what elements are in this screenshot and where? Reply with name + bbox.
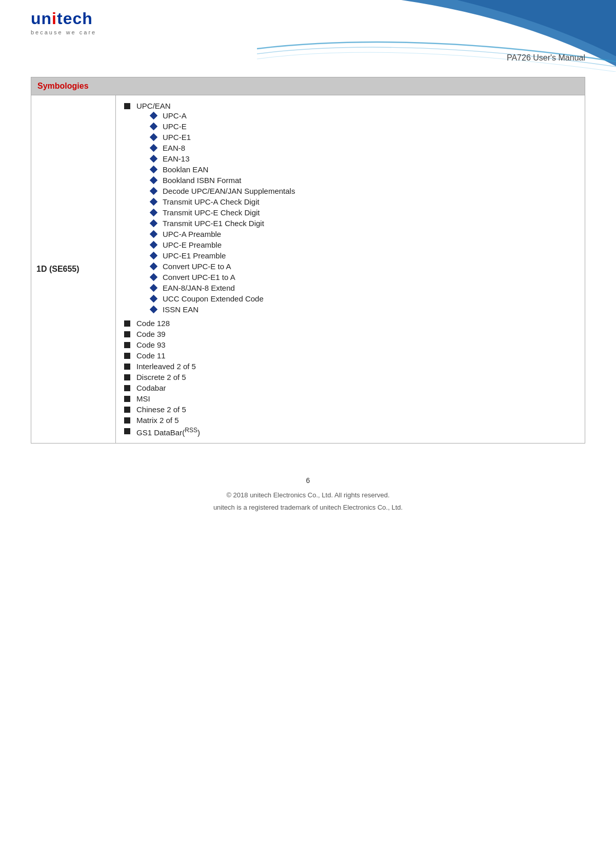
diamond-bullet	[150, 112, 158, 120]
main-list: UPC/EAN UPC-A UPC-E	[124, 100, 577, 438]
diamond-bullet	[150, 230, 158, 238]
diamond-bullet	[150, 241, 158, 249]
square-bullet	[124, 385, 130, 391]
category-label: 1D (SE655)	[31, 95, 116, 444]
page-header: unitech because we care PA726 User's Man…	[0, 0, 616, 72]
square-bullet	[124, 417, 130, 424]
item-text: UCC Coupon Extended Code	[163, 294, 264, 303]
square-bullet	[124, 103, 130, 109]
diamond-bullet	[150, 306, 158, 314]
list-item: EAN-13	[151, 153, 295, 164]
diamond-bullet	[150, 144, 158, 152]
list-item: Matrix 2 of 5	[124, 415, 577, 426]
item-text: Bookland ISBN Format	[163, 176, 241, 185]
symbologies-content: UPC/EAN UPC-A UPC-E	[116, 95, 585, 444]
page-number: 6	[31, 474, 585, 487]
upc-ean-group: UPC/EAN UPC-A UPC-E	[136, 102, 295, 317]
list-item: Code 93	[124, 339, 577, 350]
list-item: Convert UPC-E to A	[151, 261, 295, 272]
list-item: EAN-8/JAN-8 Extend	[151, 283, 295, 293]
list-item: UPC-A	[151, 110, 295, 121]
item-text: UPC-E1	[163, 133, 191, 142]
list-item: UPC-E	[151, 121, 295, 132]
item-text: UPC-E Preamble	[163, 240, 222, 249]
list-item: Transmit UPC-E1 Check Digit	[151, 218, 295, 229]
square-bullet	[124, 353, 130, 359]
list-item: UPC-E Preamble	[151, 239, 295, 250]
document-title: PA726 User's Manual	[507, 53, 585, 63]
square-bullet	[124, 342, 130, 348]
square-bullet	[124, 396, 130, 402]
diamond-bullet	[150, 273, 158, 281]
list-item: GS1 DataBar(RSS)	[124, 426, 577, 438]
main-content: Symbologies 1D (SE655) UPC/EAN	[0, 72, 616, 534]
list-item: Transmit UPC-E Check Digit	[151, 207, 295, 218]
diamond-bullet	[150, 133, 158, 142]
diamond-bullet	[150, 252, 158, 260]
item-text: Code 39	[136, 330, 166, 338]
list-item: Transmit UPC-A Check Digit	[151, 196, 295, 207]
item-text: Code 93	[136, 340, 166, 349]
diamond-bullet	[150, 219, 158, 228]
item-text: ISSN EAN	[163, 305, 198, 314]
item-text: Matrix 2 of 5	[136, 416, 179, 425]
diamond-bullet	[150, 284, 158, 292]
item-text: Transmit UPC-E Check Digit	[163, 208, 260, 217]
list-item: UPC-A Preamble	[151, 229, 295, 239]
diamond-bullet	[150, 155, 158, 163]
list-item: Convert UPC-E1 to A	[151, 272, 295, 283]
upc-ean-sub-list: UPC-A UPC-E UPC-E1	[151, 110, 295, 315]
diamond-bullet	[150, 176, 158, 185]
item-text: Code 128	[136, 319, 170, 328]
list-item: Booklan EAN	[151, 164, 295, 175]
company-logo: unitech because we care	[31, 9, 96, 35]
table-row: 1D (SE655) UPC/EAN UPC-A	[31, 95, 585, 444]
item-text: GS1 DataBar(RSS)	[136, 427, 200, 437]
item-text: UPC-A	[163, 111, 187, 120]
item-text: UPC-A Preamble	[163, 230, 221, 238]
square-bullet	[124, 364, 130, 370]
item-text: UPC-E1 Preamble	[163, 251, 226, 260]
logo-text: unitech	[31, 9, 96, 28]
square-bullet	[124, 407, 130, 413]
diamond-bullet	[150, 295, 158, 303]
item-text: Discrete 2 of 5	[136, 373, 186, 381]
list-item: UPC-E1	[151, 132, 295, 143]
item-text: UPC-E	[163, 122, 187, 131]
table-header: Symbologies	[31, 77, 585, 95]
diamond-bullet	[150, 166, 158, 174]
item-text: Booklan EAN	[163, 165, 208, 174]
copyright-text: © 2018 unitech Electronics Co., Ltd. All…	[226, 491, 389, 499]
page-footer: 6 © 2018 unitech Electronics Co., Ltd. A…	[31, 474, 585, 513]
list-item: Interleaved 2 of 5	[124, 361, 577, 372]
list-item: ISSN EAN	[151, 304, 295, 315]
list-item: Codabar	[124, 382, 577, 393]
item-text: Code 11	[136, 351, 166, 360]
item-text: EAN-8/JAN-8 Extend	[163, 284, 235, 292]
logo-highlight: i	[52, 9, 57, 28]
symbologies-table: Symbologies 1D (SE655) UPC/EAN	[31, 77, 585, 444]
list-item: EAN-8	[151, 143, 295, 153]
item-text: MSI	[136, 394, 150, 403]
item-text: Codabar	[136, 384, 166, 392]
diamond-bullet	[150, 187, 158, 195]
list-item: Chinese 2 of 5	[124, 404, 577, 415]
diamond-bullet	[150, 209, 158, 217]
square-bullet	[124, 331, 130, 337]
item-text: Transmit UPC-A Check Digit	[163, 197, 260, 206]
logo-tagline: because we care	[31, 29, 96, 35]
list-item: MSI	[124, 393, 577, 404]
square-bullet	[124, 428, 130, 434]
rss-text: RSS	[185, 427, 197, 434]
item-text: Chinese 2 of 5	[136, 405, 186, 414]
item-text: EAN-8	[163, 144, 185, 152]
item-text: Interleaved 2 of 5	[136, 362, 196, 371]
list-item: Code 128	[124, 318, 577, 329]
list-item: Bookland ISBN Format	[151, 175, 295, 186]
item-text: Convert UPC-E to A	[163, 262, 231, 271]
item-text: Transmit UPC-E1 Check Digit	[163, 219, 264, 228]
upc-ean-label: UPC/EAN	[136, 102, 171, 110]
list-item: Decode UPC/EAN/JAN Supplementals	[151, 186, 295, 196]
item-text: Decode UPC/EAN/JAN Supplementals	[163, 187, 295, 195]
diamond-bullet	[150, 123, 158, 131]
